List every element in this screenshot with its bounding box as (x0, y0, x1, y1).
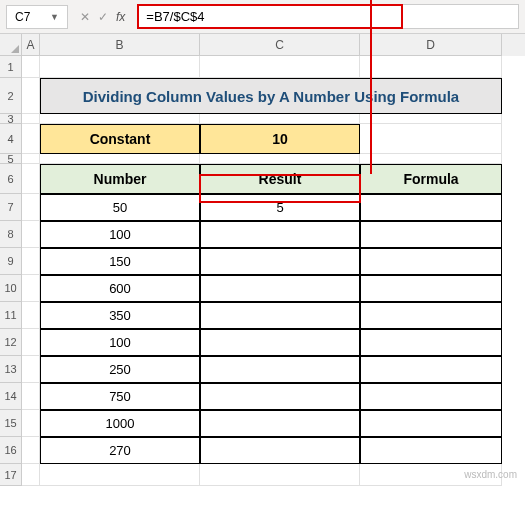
cell[interactable] (40, 56, 200, 78)
cell[interactable] (22, 410, 40, 437)
col-header-B[interactable]: B (40, 34, 200, 56)
cell[interactable] (40, 114, 200, 124)
row-header[interactable]: 8 (0, 221, 22, 248)
formula-cell[interactable] (360, 410, 502, 437)
number-cell[interactable]: 50 (40, 194, 200, 221)
row-header[interactable]: 9 (0, 248, 22, 275)
cell[interactable] (22, 78, 40, 114)
number-cell[interactable]: 750 (40, 383, 200, 410)
formula-cell[interactable] (360, 194, 502, 221)
row-3: 3 (0, 114, 525, 124)
cell[interactable] (40, 464, 200, 486)
row-7: 7 50 5 (0, 194, 525, 221)
cell[interactable] (22, 302, 40, 329)
row-header[interactable]: 13 (0, 356, 22, 383)
cell[interactable] (200, 464, 360, 486)
number-cell[interactable]: 270 (40, 437, 200, 464)
result-header[interactable]: Result (200, 164, 360, 194)
row-header[interactable]: 4 (0, 124, 22, 154)
cell[interactable] (22, 275, 40, 302)
row-header[interactable]: 6 (0, 164, 22, 194)
formula-cell[interactable] (360, 356, 502, 383)
result-cell[interactable] (200, 248, 360, 275)
number-cell[interactable]: 100 (40, 221, 200, 248)
result-cell[interactable] (200, 275, 360, 302)
cell[interactable] (22, 356, 40, 383)
row-header[interactable]: 10 (0, 275, 22, 302)
number-cell[interactable]: 1000 (40, 410, 200, 437)
result-cell[interactable] (200, 302, 360, 329)
cell[interactable] (22, 154, 40, 164)
formula-cell[interactable] (360, 221, 502, 248)
result-cell[interactable] (200, 221, 360, 248)
number-header[interactable]: Number (40, 164, 200, 194)
constant-label-cell[interactable]: Constant (40, 124, 200, 154)
cell[interactable] (360, 154, 502, 164)
row-9: 9 150 (0, 248, 525, 275)
constant-value-cell[interactable]: 10 (200, 124, 360, 154)
number-cell[interactable]: 350 (40, 302, 200, 329)
check-icon[interactable]: ✓ (98, 10, 108, 24)
formula-header[interactable]: Formula (360, 164, 502, 194)
result-cell[interactable] (200, 437, 360, 464)
cell[interactable] (200, 114, 360, 124)
formula-cell[interactable] (360, 383, 502, 410)
formula-cell[interactable] (360, 437, 502, 464)
row-header[interactable]: 5 (0, 154, 22, 164)
cell[interactable] (200, 154, 360, 164)
column-headers: A B C D (0, 34, 525, 56)
formula-cell[interactable] (360, 329, 502, 356)
result-cell-active[interactable]: 5 (200, 194, 360, 221)
cell[interactable] (22, 164, 40, 194)
fx-icon[interactable]: fx (116, 10, 125, 24)
chevron-down-icon[interactable]: ▼ (50, 12, 59, 22)
cell[interactable] (22, 194, 40, 221)
col-header-C[interactable]: C (200, 34, 360, 56)
number-cell[interactable]: 100 (40, 329, 200, 356)
result-cell[interactable] (200, 383, 360, 410)
cell[interactable] (22, 56, 40, 78)
number-cell[interactable]: 600 (40, 275, 200, 302)
row-header[interactable]: 7 (0, 194, 22, 221)
number-cell[interactable]: 150 (40, 248, 200, 275)
cell[interactable] (22, 383, 40, 410)
cancel-icon[interactable]: ✕ (80, 10, 90, 24)
formula-cell[interactable] (360, 275, 502, 302)
row-header[interactable]: 17 (0, 464, 22, 486)
cell[interactable] (22, 464, 40, 486)
result-cell[interactable] (200, 356, 360, 383)
row-6: 6 Number Result Formula (0, 164, 525, 194)
col-header-A[interactable]: A (22, 34, 40, 56)
formula-cell[interactable] (360, 248, 502, 275)
cell[interactable] (22, 248, 40, 275)
cell[interactable] (22, 221, 40, 248)
select-all-corner[interactable] (0, 34, 22, 56)
row-16: 16 270 (0, 437, 525, 464)
name-box[interactable]: C7 ▼ (6, 5, 68, 29)
cell[interactable] (22, 437, 40, 464)
col-header-D[interactable]: D (360, 34, 502, 56)
title-cell[interactable]: Dividing Column Values by A Number Using… (40, 78, 502, 114)
result-cell[interactable] (200, 329, 360, 356)
row-header[interactable]: 3 (0, 114, 22, 124)
formula-input[interactable]: =B7/$C$4 (137, 4, 519, 29)
formula-cell[interactable] (360, 302, 502, 329)
cell[interactable] (40, 154, 200, 164)
cell[interactable] (360, 124, 502, 154)
number-cell[interactable]: 250 (40, 356, 200, 383)
row-header[interactable]: 14 (0, 383, 22, 410)
cell[interactable] (360, 114, 502, 124)
cell[interactable] (200, 56, 360, 78)
result-cell[interactable] (200, 410, 360, 437)
row-header[interactable]: 2 (0, 78, 22, 114)
row-header[interactable]: 12 (0, 329, 22, 356)
cell[interactable] (22, 124, 40, 154)
row-header[interactable]: 11 (0, 302, 22, 329)
cell[interactable] (22, 329, 40, 356)
row-header[interactable]: 16 (0, 437, 22, 464)
row-header[interactable]: 1 (0, 56, 22, 78)
cell[interactable] (22, 114, 40, 124)
row-header[interactable]: 15 (0, 410, 22, 437)
cell[interactable] (360, 56, 502, 78)
row-5: 5 (0, 154, 525, 164)
